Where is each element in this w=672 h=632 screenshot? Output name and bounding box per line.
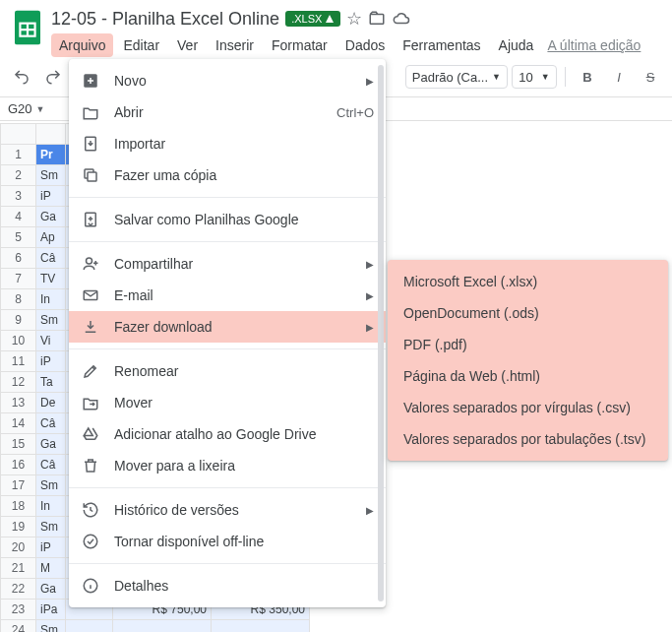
menu-item-label: Fazer uma cópia <box>114 167 374 183</box>
menu-item-fazer-download[interactable]: Fazer download▶ <box>69 311 386 343</box>
row-header[interactable]: 1 <box>1 145 36 165</box>
rename-icon <box>81 361 100 381</box>
menu-ajuda[interactable]: Ajuda <box>491 33 542 57</box>
menu-item-label: Tornar disponível off-line <box>114 534 374 549</box>
italic-button[interactable]: I <box>605 63 633 91</box>
info-icon <box>81 576 100 596</box>
row-header[interactable]: 5 <box>1 227 36 248</box>
svg-rect-4 <box>371 15 385 25</box>
download-option[interactable]: Página da Web (.html) <box>388 360 668 392</box>
row-header[interactable]: 2 <box>1 165 36 186</box>
menu-item-label: Salvar como Planilhas Google <box>114 212 374 227</box>
menu-item-label: Detalhes <box>114 578 374 594</box>
menu-item-importar[interactable]: Importar <box>69 128 386 159</box>
menu-item-mover-para-a-lixeira[interactable]: Mover para a lixeira <box>69 450 386 481</box>
document-title[interactable]: 12-05 - Planilha Excel Online <box>51 9 279 30</box>
row-header[interactable]: 24 <box>1 620 36 633</box>
menu-item-label: Importar <box>114 136 374 152</box>
row-header[interactable]: 18 <box>1 496 36 517</box>
row-header[interactable]: 11 <box>1 351 36 372</box>
redo-button[interactable] <box>39 63 67 91</box>
menubar: Arquivo Editar Ver Inserir Formatar Dado… <box>51 33 664 57</box>
row-header[interactable]: 10 <box>1 331 36 351</box>
menu-item-abrir[interactable]: AbrirCtrl+O <box>69 96 386 128</box>
download-submenu: Microsoft Excel (.xlsx)OpenDocument (.od… <box>388 260 668 461</box>
menu-ferramentas[interactable]: Ferramentas <box>395 33 488 57</box>
download-option[interactable]: Valores separados por tabulações (.tsv) <box>388 423 668 455</box>
download-option[interactable]: Valores separados por vírgulas (.csv) <box>388 392 668 423</box>
menu-item-label: Histórico de versões <box>114 502 352 518</box>
trash-icon <box>81 456 100 475</box>
menu-editar[interactable]: Editar <box>115 33 167 57</box>
row-header[interactable]: 3 <box>1 186 36 207</box>
import-icon <box>81 134 100 154</box>
row-header[interactable]: 19 <box>1 517 36 537</box>
menu-item-tornar-disponível-off-line[interactable]: Tornar disponível off-line <box>69 526 386 557</box>
row-header[interactable]: 23 <box>1 600 36 620</box>
font-size-select[interactable]: 10▼ <box>512 65 557 89</box>
menu-item-compartilhar[interactable]: Compartilhar▶ <box>69 248 386 280</box>
menu-item-label: Fazer download <box>114 319 352 335</box>
row-header[interactable]: 12 <box>1 372 36 393</box>
row-header[interactable]: 14 <box>1 413 36 434</box>
file-menu: Novo▶AbrirCtrl+OImportarFazer uma cópiaS… <box>69 59 386 607</box>
move-icon <box>81 393 100 412</box>
menu-item-renomear[interactable]: Renomear <box>69 355 386 387</box>
row-header[interactable]: 21 <box>1 558 36 579</box>
move-icon[interactable] <box>368 10 386 28</box>
undo-button[interactable] <box>8 63 35 91</box>
download-option[interactable]: OpenDocument (.ods) <box>388 297 668 329</box>
row-header[interactable]: 8 <box>1 289 36 310</box>
app-header: 12-05 - Planilha Excel Online .XLSX ☆ Ar… <box>0 0 672 57</box>
folder-icon <box>81 102 100 122</box>
menu-item-novo[interactable]: Novo▶ <box>69 65 386 96</box>
menu-ver[interactable]: Ver <box>169 33 206 57</box>
row-header[interactable]: 7 <box>1 269 36 289</box>
svg-point-11 <box>84 535 97 548</box>
submenu-arrow-icon: ▶ <box>366 76 374 87</box>
menu-item-fazer-uma-cópia[interactable]: Fazer uma cópia <box>69 159 386 191</box>
menu-item-label: Compartilhar <box>114 256 352 272</box>
menu-scrollbar[interactable] <box>378 65 384 601</box>
drive-add-icon <box>81 424 100 444</box>
menu-item-detalhes[interactable]: Detalhes <box>69 570 386 601</box>
bold-button[interactable]: B <box>574 63 601 91</box>
person-add-icon <box>81 254 100 274</box>
submenu-arrow-icon: ▶ <box>366 322 374 333</box>
submenu-arrow-icon: ▶ <box>366 290 374 301</box>
mail-icon <box>81 285 100 305</box>
menu-item-label: Abrir <box>114 104 323 120</box>
menu-formatar[interactable]: Formatar <box>264 33 336 57</box>
history-icon <box>81 500 100 520</box>
row-header[interactable]: 16 <box>1 455 36 475</box>
download-option[interactable]: PDF (.pdf) <box>388 329 668 360</box>
row-header[interactable]: 6 <box>1 248 36 269</box>
row-header[interactable]: 9 <box>1 310 36 331</box>
row-header[interactable]: 20 <box>1 537 36 558</box>
name-box[interactable]: G20▼ <box>8 101 67 116</box>
menu-item-adicionar-atalho-ao-google-drive[interactable]: Adicionar atalho ao Google Drive <box>69 418 386 450</box>
menu-item-label: Novo <box>114 73 352 89</box>
menu-item-histórico-de-versões[interactable]: Histórico de versões▶ <box>69 494 386 526</box>
shortcut: Ctrl+O <box>336 105 374 120</box>
last-edit-link[interactable]: A última edição <box>543 33 641 57</box>
cloud-icon[interactable] <box>392 10 411 28</box>
menu-dados[interactable]: Dados <box>337 33 393 57</box>
menu-item-mover[interactable]: Mover <box>69 387 386 418</box>
strike-button[interactable]: S <box>637 63 664 91</box>
row-header[interactable]: 22 <box>1 579 36 600</box>
menu-arquivo[interactable]: Arquivo <box>51 33 113 57</box>
star-icon[interactable]: ☆ <box>346 8 362 30</box>
plus-box-icon <box>81 71 100 91</box>
menu-item-salvar-como-planilhas-google[interactable]: Salvar como Planilhas Google <box>69 204 386 235</box>
menu-item-label: E-mail <box>114 287 352 303</box>
menu-item-e-mail[interactable]: E-mail▶ <box>69 280 386 311</box>
sheets-logo[interactable] <box>8 8 47 47</box>
font-select[interactable]: Padrão (Ca...▼ <box>405 65 508 89</box>
row-header[interactable]: 17 <box>1 475 36 496</box>
download-option[interactable]: Microsoft Excel (.xlsx) <box>388 266 668 297</box>
menu-inserir[interactable]: Inserir <box>208 33 262 57</box>
row-header[interactable]: 4 <box>1 207 36 227</box>
row-header[interactable]: 15 <box>1 434 36 455</box>
row-header[interactable]: 13 <box>1 393 36 413</box>
